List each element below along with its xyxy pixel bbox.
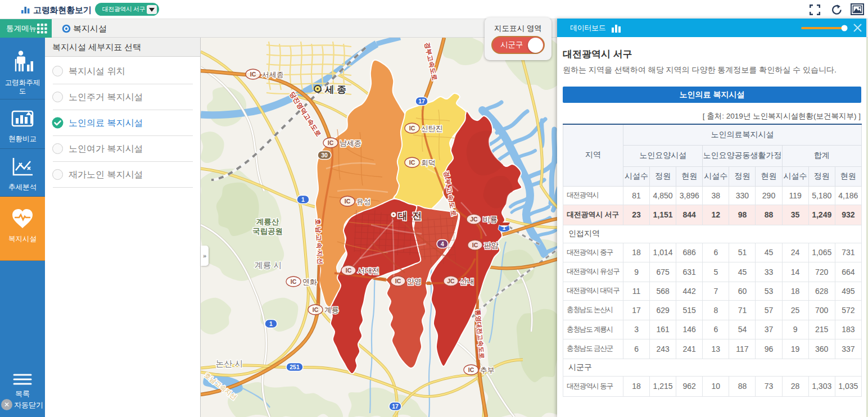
svg-text:산내: 산내 — [460, 277, 474, 285]
svg-text:IC: IC — [313, 306, 319, 313]
svg-text:안영: 안영 — [407, 277, 422, 285]
svg-text:논산 시: 논산 시 — [215, 359, 243, 368]
svg-text:계룡: 계룡 — [324, 306, 339, 314]
svg-text:IC: IC — [250, 71, 256, 78]
svg-text:JC: JC — [470, 216, 478, 223]
svg-text:17: 17 — [418, 98, 425, 105]
svg-text:1: 1 — [503, 225, 506, 231]
svg-text:IC: IC — [291, 278, 297, 285]
svg-text:1: 1 — [269, 320, 273, 327]
svg-text:JC: JC — [447, 278, 455, 284]
svg-text:1: 1 — [301, 196, 305, 203]
svg-text:IC: IC — [328, 139, 334, 146]
svg-text:17: 17 — [392, 403, 399, 410]
svg-text:IC: IC — [472, 242, 478, 248]
svg-text:유성: 유성 — [356, 197, 371, 206]
svg-text:30: 30 — [321, 152, 328, 158]
svg-text:IC: IC — [345, 198, 351, 205]
svg-text:판암: 판암 — [484, 241, 499, 250]
svg-text:회덕: 회덕 — [421, 158, 436, 167]
svg-text:IC: IC — [409, 159, 415, 166]
svg-text:251: 251 — [290, 364, 300, 370]
svg-text:4: 4 — [441, 241, 444, 247]
svg-text:세 종: 세 종 — [324, 84, 347, 95]
svg-text:IC: IC — [395, 278, 401, 284]
svg-text:대 전: 대 전 — [398, 211, 423, 221]
svg-text:서세종: 서세종 — [262, 70, 284, 79]
svg-text:연화: 연화 — [302, 278, 317, 286]
svg-text:비룡: 비룡 — [483, 215, 498, 224]
svg-text:국립공원: 국립공원 — [252, 227, 283, 235]
svg-text:IC: IC — [409, 125, 415, 132]
svg-text:계룡 시: 계룡 시 — [254, 260, 282, 270]
svg-text:IC: IC — [346, 267, 352, 274]
svg-text:서대전: 서대전 — [358, 266, 379, 275]
svg-text:IC: IC — [468, 366, 474, 373]
svg-text:계룡산: 계룡산 — [256, 217, 279, 226]
svg-text:추부: 추부 — [480, 366, 495, 374]
svg-text:신탄진: 신탄진 — [421, 124, 443, 133]
svg-text:남세종: 남세종 — [340, 139, 361, 147]
